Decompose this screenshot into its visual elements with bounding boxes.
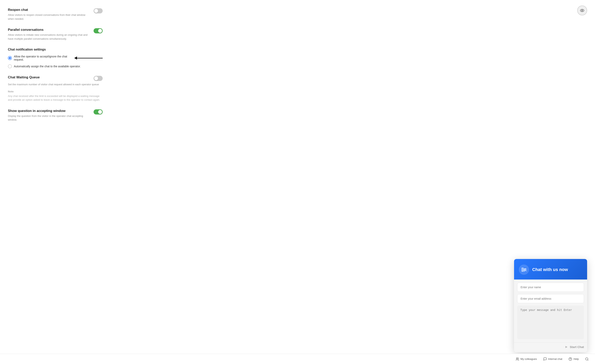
chat-notification-radio-group: Allow the operator to accept/ignore the … xyxy=(8,55,103,68)
chat-waiting-queue-desc: Set the maximum number of visitor chat r… xyxy=(8,83,103,86)
svg-rect-10 xyxy=(525,270,526,271)
chat-email-input[interactable] xyxy=(517,294,584,303)
svg-point-1 xyxy=(581,10,583,11)
radio-option-1[interactable]: Allow the operator to accept/ignore the … xyxy=(8,55,103,61)
search-item[interactable] xyxy=(585,357,589,361)
reopen-chat-title: Reopen chat xyxy=(8,8,90,12)
internal-chat-label: Internal chat xyxy=(548,357,562,360)
colleagues-label: My colleagues xyxy=(521,357,537,360)
radio-circle-2 xyxy=(8,64,12,68)
note-text: Any chat received after the limit is exc… xyxy=(8,94,103,102)
chat-notification-section: Chat notification settings Allow the ope… xyxy=(8,48,103,68)
radio-label-2: Automatically assign the chat to the ava… xyxy=(14,65,81,68)
arrow-line xyxy=(77,58,103,58)
chat-title: Chat with us now xyxy=(532,267,568,272)
svg-line-16 xyxy=(588,360,588,360)
chat-notification-heading: Chat notification settings xyxy=(8,48,103,51)
show-question-desc: Display the question from the visitor in… xyxy=(8,114,90,122)
svg-point-0 xyxy=(581,9,584,12)
reopen-chat-section: Reopen chat Allow visitors to reopen clo… xyxy=(8,8,103,21)
svg-point-12 xyxy=(516,358,517,359)
note-label: Note xyxy=(8,90,103,93)
chat-logo xyxy=(519,265,529,275)
eye-icon xyxy=(580,8,584,13)
help-icon xyxy=(568,357,572,361)
search-icon xyxy=(585,357,589,361)
parallel-conversations-section: Parallel conversations Allow visitors to… xyxy=(8,28,103,41)
parallel-conversations-desc: Allow visitors to initiate new conversat… xyxy=(8,33,90,41)
chat-icon xyxy=(543,357,547,361)
show-question-section: Show question in accepting window Displa… xyxy=(8,109,103,122)
chat-header: Chat with us now xyxy=(514,259,587,280)
chat-waiting-queue-title: Chat Waiting Queue xyxy=(8,75,40,79)
svg-rect-11 xyxy=(524,271,526,272)
internal-chat-item[interactable]: Internal chat xyxy=(543,357,562,361)
svg-rect-9 xyxy=(524,270,525,271)
chat-message-input[interactable] xyxy=(517,306,584,339)
chat-name-input[interactable] xyxy=(517,283,584,292)
svg-rect-5 xyxy=(522,269,523,270)
arrow-head-icon xyxy=(74,56,77,60)
settings-panel: Reopen chat Allow visitors to reopen clo… xyxy=(0,0,111,145)
svg-rect-6 xyxy=(522,270,523,271)
chat-waiting-queue-toggle[interactable] xyxy=(94,76,103,81)
start-chat-button[interactable]: ► Start Chat xyxy=(565,345,584,349)
chat-footer: ► Start Chat xyxy=(514,342,587,352)
colleagues-icon xyxy=(516,357,519,361)
help-label: Help xyxy=(574,357,579,360)
parallel-conversations-title: Parallel conversations xyxy=(8,28,90,32)
show-question-title: Show question in accepting window xyxy=(8,109,90,113)
reopen-chat-desc: Allow visitors to reopen closed conversa… xyxy=(8,13,90,21)
chat-body xyxy=(514,280,587,342)
help-item[interactable]: Help xyxy=(568,357,579,361)
send-icon: ► xyxy=(565,345,568,349)
arrow-indicator xyxy=(74,56,103,60)
svg-rect-4 xyxy=(522,268,523,269)
svg-rect-7 xyxy=(524,269,525,270)
bottom-bar: My colleagues Internal chat Help xyxy=(0,354,595,364)
show-question-toggle[interactable] xyxy=(94,109,103,114)
chat-panel: Chat with us now ► Start Chat xyxy=(514,259,587,352)
svg-rect-8 xyxy=(525,269,526,270)
radio-option-2[interactable]: Automatically assign the chat to the ava… xyxy=(8,64,103,68)
chat-waiting-queue-section: Chat Waiting Queue Set the maximum numbe… xyxy=(8,75,103,102)
radio-label-1: Allow the operator to accept/ignore the … xyxy=(14,55,71,61)
my-colleagues-item[interactable]: My colleagues xyxy=(516,357,537,361)
reopen-chat-toggle[interactable] xyxy=(94,8,103,14)
building-icon xyxy=(521,266,527,273)
parallel-conversations-toggle[interactable] xyxy=(94,28,103,33)
start-chat-label: Start Chat xyxy=(570,345,584,349)
radio-circle-1 xyxy=(8,56,12,60)
eye-button[interactable] xyxy=(577,6,587,15)
